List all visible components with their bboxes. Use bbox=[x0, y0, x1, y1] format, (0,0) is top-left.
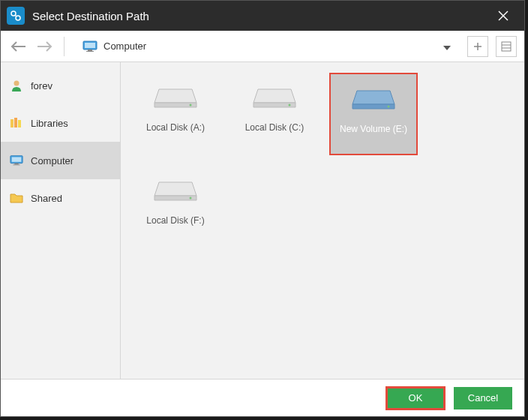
path-label: Computer bbox=[104, 40, 146, 52]
arrow-left-icon bbox=[10, 40, 27, 52]
sidebar-item-shared[interactable]: Shared bbox=[1, 179, 120, 217]
svg-marker-11 bbox=[443, 46, 451, 50]
titlebar-title: Select Destination Path bbox=[32, 10, 488, 22]
close-button[interactable] bbox=[488, 1, 518, 31]
svg-point-27 bbox=[190, 104, 192, 106]
sidebar-item-label: Libraries bbox=[31, 118, 68, 129]
disk-icon bbox=[252, 82, 297, 112]
drive-c[interactable]: Local Disk (C:) bbox=[230, 73, 319, 155]
drive-label: Local Disk (C:) bbox=[245, 122, 304, 133]
user-icon bbox=[10, 79, 23, 92]
svg-point-30 bbox=[289, 104, 291, 106]
svg-rect-20 bbox=[18, 120, 21, 128]
computer-icon bbox=[10, 154, 23, 166]
list-icon bbox=[501, 41, 512, 52]
sidebar-item-forev[interactable]: forev bbox=[1, 67, 120, 104]
svg-point-36 bbox=[190, 197, 192, 200]
svg-rect-8 bbox=[85, 43, 95, 48]
chevron-down-icon bbox=[443, 46, 451, 50]
svg-rect-24 bbox=[14, 164, 20, 165]
view-button[interactable] bbox=[496, 36, 517, 57]
forward-button[interactable] bbox=[34, 36, 55, 57]
divider bbox=[64, 37, 64, 56]
sidebar-item-label: Shared bbox=[31, 193, 62, 204]
new-folder-button[interactable] bbox=[467, 36, 488, 57]
svg-point-33 bbox=[388, 106, 390, 108]
drive-f[interactable]: Local Disk (F:) bbox=[131, 166, 220, 248]
svg-marker-28 bbox=[254, 89, 296, 103]
footer: OK Cancel bbox=[1, 379, 524, 416]
drive-label: Local Disk (F:) bbox=[146, 215, 204, 226]
sidebar: forev Libraries Computer Shared bbox=[1, 62, 121, 379]
close-icon bbox=[498, 10, 508, 21]
svg-rect-18 bbox=[10, 119, 14, 128]
sidebar-item-libraries[interactable]: Libraries bbox=[1, 104, 120, 142]
svg-rect-14 bbox=[502, 42, 511, 51]
computer-icon bbox=[82, 40, 98, 52]
svg-rect-9 bbox=[88, 50, 92, 51]
drive-label: Local Disk (A:) bbox=[146, 122, 205, 133]
sidebar-item-computer[interactable]: Computer bbox=[1, 142, 120, 179]
ok-button[interactable]: OK bbox=[386, 387, 445, 410]
titlebar: Select Destination Path bbox=[1, 1, 524, 31]
svg-rect-22 bbox=[12, 158, 22, 162]
disk-icon bbox=[153, 175, 198, 205]
svg-marker-34 bbox=[154, 182, 196, 196]
content: Local Disk (A:) Local Disk (C:) New Volu… bbox=[121, 62, 524, 379]
folder-icon bbox=[10, 191, 23, 205]
plus-icon bbox=[472, 41, 483, 52]
svg-point-17 bbox=[14, 81, 20, 86]
toolbar: Computer bbox=[1, 31, 524, 62]
disk-icon bbox=[153, 82, 198, 112]
svg-marker-31 bbox=[352, 91, 394, 104]
svg-marker-25 bbox=[154, 89, 196, 103]
cancel-button[interactable]: Cancel bbox=[454, 387, 512, 410]
dialog: Select Destination Path Computer bbox=[0, 0, 525, 417]
svg-rect-19 bbox=[14, 118, 17, 128]
arrow-right-icon bbox=[36, 40, 52, 52]
svg-rect-23 bbox=[14, 164, 18, 165]
drive-e[interactable]: New Volume (E:) bbox=[329, 73, 418, 155]
path-bar[interactable]: Computer bbox=[78, 36, 455, 57]
svg-rect-10 bbox=[86, 51, 94, 52]
drive-a[interactable]: Local Disk (A:) bbox=[131, 73, 220, 155]
sidebar-item-label: forev bbox=[31, 80, 52, 92]
sidebar-item-label: Computer bbox=[31, 155, 74, 166]
libraries-icon bbox=[10, 116, 23, 130]
drive-label: New Volume (E:) bbox=[340, 124, 407, 134]
body: forev Libraries Computer Shared Local Di… bbox=[1, 62, 524, 379]
app-icon bbox=[7, 7, 25, 25]
back-button[interactable] bbox=[8, 36, 29, 57]
path-dropdown[interactable] bbox=[443, 40, 451, 53]
svg-line-2 bbox=[15, 15, 16, 16]
disk-icon bbox=[351, 83, 396, 113]
